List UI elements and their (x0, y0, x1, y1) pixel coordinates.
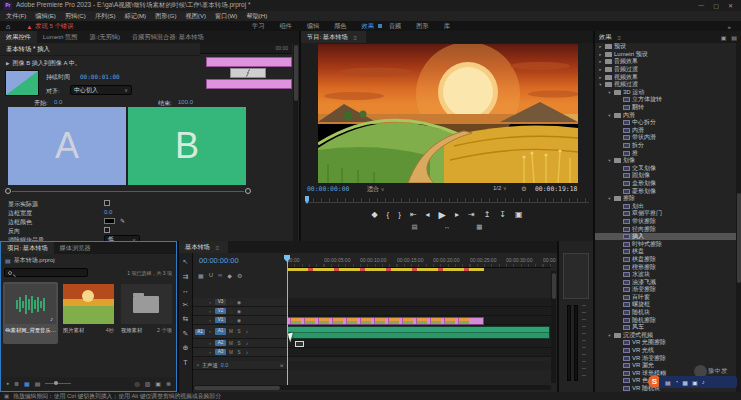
track-target-badge[interactable]: V3 (215, 299, 226, 306)
program-video-preview[interactable] (318, 44, 578, 183)
step-back-button[interactable]: ◂ (426, 210, 430, 219)
selection-tool[interactable]: ↖ (183, 258, 189, 266)
sync-lock-icon[interactable]: ◌ (228, 318, 234, 323)
tree-arrow-icon[interactable]: ▾ (607, 196, 612, 201)
workspace-tab[interactable]: 学习 (252, 22, 264, 31)
mute-button[interactable]: M (228, 350, 234, 355)
effect-item[interactable]: 棋盘 (595, 248, 736, 256)
timeline-vertical-scrollbar[interactable] (551, 271, 556, 383)
effect-item[interactable]: 圆划像 (595, 172, 736, 180)
workspace-tab[interactable]: 组件 (279, 22, 291, 31)
panel-menu-icon[interactable]: ≡ (351, 34, 361, 41)
mute-button[interactable]: M (228, 341, 234, 346)
effect-item[interactable]: 渐变擦除 (595, 286, 736, 294)
effect-item[interactable]: 楔形擦除 (595, 263, 736, 271)
effect-item[interactable]: ▾ 擦除 (595, 195, 736, 203)
effects-header-icon[interactable]: ▣ (721, 34, 727, 41)
audio-track-header[interactable]: ▫ A2 M S ♪ (193, 339, 287, 348)
workspace-tab[interactable]: 音频 (389, 22, 401, 31)
project-view-button[interactable]: ▤ (35, 380, 41, 387)
effect-item[interactable]: 立方体旋转 (595, 96, 736, 104)
workspace-tab[interactable]: 颜色 (334, 22, 346, 31)
effect-item[interactable]: 中心拆分 (595, 119, 736, 127)
effect-item[interactable]: 百叶窗 (595, 294, 736, 302)
timeline-toggle-icon[interactable]: ◆ (227, 272, 232, 279)
effect-item[interactable]: ▾ 视频过渡 (595, 81, 736, 89)
mic-icon[interactable]: ♪ (244, 341, 250, 346)
playback-resolution-dropdown[interactable]: 1/2 ∨ (493, 185, 507, 191)
track-a3-lane[interactable] (287, 348, 551, 357)
extract-button[interactable]: ↧ (499, 210, 506, 219)
lift-button[interactable]: ↥ (484, 210, 491, 219)
error-warning[interactable]: ▲ 发现 5 个错误 (26, 22, 73, 31)
search-input[interactable] (4, 268, 88, 277)
go-to-in-button[interactable]: ⇤ (410, 210, 417, 219)
timeline-playhead[interactable] (287, 255, 288, 385)
ripple-edit-tool[interactable]: ↔ (182, 287, 189, 294)
mark-out-button[interactable]: } (398, 210, 401, 219)
sync-lock-icon[interactable]: ◌ (228, 300, 234, 305)
track-target-badge[interactable]: V2 (215, 308, 226, 315)
monitor-extra-button[interactable]: ▦ (476, 223, 482, 231)
tree-arrow-icon[interactable]: ▾ (607, 90, 612, 95)
eyedropper-icon[interactable]: ✎ (120, 217, 125, 224)
menu-item[interactable]: 图形(G) (155, 12, 176, 21)
track-lock-icon[interactable]: ▫ (207, 329, 213, 334)
transition-preview-thumb[interactable] (5, 70, 39, 96)
tree-arrow-icon[interactable]: ▾ (607, 113, 612, 118)
track-eye-icon[interactable]: ◉ (236, 300, 242, 305)
effects-header-icon[interactable]: ▤ (731, 34, 737, 41)
project-view-button[interactable]: ● (6, 380, 9, 387)
timeline-toggle-icon[interactable]: ∞ (218, 272, 222, 279)
project-item-audio[interactable]: ♪ 4k素材网_背景音乐.mp3 (3, 282, 58, 344)
transition-block[interactable] (230, 68, 266, 78)
source-patch[interactable]: A1 (195, 329, 205, 335)
effect-item[interactable]: 水波块 (595, 271, 736, 279)
audio-clip[interactable] (287, 326, 550, 339)
show-sources-checkbox[interactable] (104, 200, 110, 206)
tree-arrow-icon[interactable]: ▸ (598, 44, 603, 49)
program-timecode[interactable]: 00:00:00:00 (307, 185, 349, 193)
tree-arrow-icon[interactable]: ▸ (598, 75, 603, 80)
effects-scrollbar[interactable] (736, 43, 741, 392)
tree-arrow-icon[interactable]: ▸ (598, 59, 603, 64)
duration-value[interactable]: 00:00:01:00 (80, 73, 120, 80)
effect-mini-ruler[interactable]: 00:00 (200, 43, 292, 54)
project-view-button[interactable]: ≣ (14, 380, 19, 387)
effect-item[interactable]: VR 光圈擦除 (595, 339, 736, 347)
v1-clip-thumbs[interactable] (287, 317, 484, 325)
solo-button[interactable]: S (236, 341, 242, 346)
effect-item[interactable]: 螺旋框 (595, 301, 736, 309)
track-eye-icon[interactable]: ◉ (236, 318, 242, 323)
add-marker-button[interactable]: ◆ (371, 210, 377, 219)
effect-item[interactable]: 风车 (595, 324, 736, 332)
end-value[interactable]: 100.0 (178, 99, 193, 105)
effect-item[interactable]: 带状内滑 (595, 134, 736, 142)
project-item-folder[interactable]: 视频素材 2 个项 (119, 282, 174, 344)
source-patch[interactable] (195, 299, 205, 305)
track-target-badge[interactable]: A1 (215, 328, 226, 335)
hand-tool[interactable]: ⊕ (183, 344, 189, 352)
panel-menu-icon[interactable]: ≡ (614, 34, 624, 41)
track-a2-lane[interactable] (287, 339, 551, 348)
panel-tab[interactable]: 效果控件 (0, 31, 37, 43)
menu-item[interactable]: 文件(F) (6, 12, 26, 21)
video-track-header[interactable]: ▫ V1 ◌ ◉ (193, 316, 287, 325)
master-level[interactable]: 0.0 (221, 362, 228, 368)
effect-item[interactable]: 棋盘擦除 (595, 256, 736, 264)
program-scrubber[interactable] (305, 198, 589, 203)
solo-button[interactable]: S (236, 329, 242, 334)
step-forward-button[interactable]: ▸ (455, 210, 459, 219)
mic-icon[interactable]: ♪ (244, 350, 250, 355)
sync-lock-icon[interactable]: ◌ (228, 309, 234, 314)
timeline-timecode[interactable]: 00:00:00:00 (199, 256, 239, 265)
timeline-toggle-icon[interactable]: ▦ (198, 272, 204, 279)
project-panel-tab[interactable]: 项目: 基本转场 (1, 242, 54, 254)
track-lock-icon[interactable]: ▫ (207, 341, 213, 346)
track-lock-icon[interactable]: ▫ (207, 309, 213, 314)
monitor-extra-button[interactable]: ↔ (444, 223, 451, 231)
menu-item[interactable]: 帮助(H) (246, 12, 267, 21)
start-value[interactable]: 0.0 (54, 99, 62, 105)
effect-item[interactable]: 径向擦除 (595, 225, 736, 233)
effect-controls-scrollbar[interactable] (293, 43, 298, 241)
